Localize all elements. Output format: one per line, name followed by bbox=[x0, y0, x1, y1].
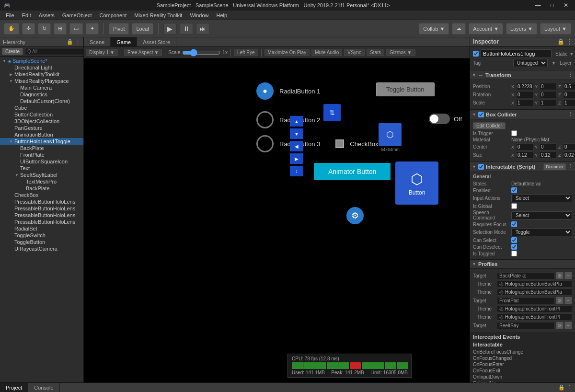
mute-btn[interactable]: Mute Audio bbox=[311, 49, 342, 56]
menu-mrtoolkit[interactable]: Mixed Reality Toolkit bbox=[130, 12, 186, 18]
tree-item-togglebtn[interactable]: ToggleButton bbox=[0, 239, 83, 245]
arrow-up-btn[interactable]: ▲ bbox=[290, 116, 303, 127]
hierarchy-create-btn[interactable]: Create bbox=[2, 48, 23, 55]
pos-x-input[interactable] bbox=[516, 83, 533, 90]
tree-item-maincam[interactable]: Main Camera bbox=[0, 84, 83, 91]
rot-z-input[interactable] bbox=[563, 91, 575, 98]
small-icon-btn[interactable]: ⇅ bbox=[323, 104, 341, 121]
play-btn[interactable]: ▶ bbox=[163, 23, 177, 35]
is-global-checkbox[interactable] bbox=[511, 203, 517, 209]
active-toggle[interactable] bbox=[473, 51, 479, 57]
inspector-lock-icon[interactable]: 🔒 bbox=[557, 38, 564, 45]
hierarchy-lock-icon[interactable]: 🔒 bbox=[67, 39, 73, 45]
enabled-checkbox[interactable] bbox=[511, 187, 517, 193]
menu-component[interactable]: Component bbox=[95, 12, 130, 18]
tree-item-mrplayspace[interactable]: ▼ MixedRealityPlayspace bbox=[0, 78, 83, 84]
aspect-btn[interactable]: Free Aspect ▼ bbox=[124, 49, 162, 56]
target2-btn[interactable]: ◎ bbox=[556, 297, 564, 304]
tree-item-dirlight[interactable]: Directional Light bbox=[0, 64, 83, 71]
is-toggled-checkbox[interactable] bbox=[511, 251, 517, 256]
profiles-header[interactable]: ▼ Profiles bbox=[470, 260, 575, 269]
transform-section-header[interactable]: ▼ ↔ Transform ⋮ bbox=[470, 70, 575, 80]
tree-item-btncoll[interactable]: ButtonCollection bbox=[0, 111, 83, 118]
minimize-btn[interactable]: — bbox=[532, 2, 544, 9]
sz-input[interactable] bbox=[563, 151, 575, 159]
cy-input[interactable] bbox=[540, 143, 557, 150]
arrow-right-btn[interactable]: ▶ bbox=[290, 153, 303, 164]
tree-item-prbholo3[interactable]: PressableButtonHoloLens bbox=[0, 212, 83, 219]
tree-item-backplate2[interactable]: BackPlate bbox=[0, 185, 83, 192]
sx-input[interactable] bbox=[516, 151, 533, 159]
maximize-btn[interactable]: □ bbox=[548, 2, 557, 9]
radial-btn-1[interactable]: ● RadialButton 1 bbox=[256, 82, 320, 100]
object-name-field[interactable] bbox=[481, 49, 552, 58]
menu-window[interactable]: Window bbox=[186, 12, 212, 18]
inspector-more-icon[interactable]: ⋮ bbox=[566, 38, 572, 45]
toggle-button[interactable]: Toggle Button bbox=[376, 82, 435, 96]
scene-tab[interactable]: Scene bbox=[84, 37, 111, 47]
bc-menu-icon[interactable]: ⋮ bbox=[568, 111, 573, 117]
target3-btn[interactable]: ◎ bbox=[556, 322, 564, 329]
radial-btn-3[interactable]: RadialButton 3 CheckBox bbox=[256, 135, 379, 152]
menu-file[interactable]: File bbox=[2, 12, 18, 18]
display-btn[interactable]: Display 1 ▼ bbox=[86, 49, 118, 56]
cz-input[interactable] bbox=[563, 143, 575, 150]
cx-input[interactable] bbox=[516, 143, 533, 150]
tree-item-checkbox[interactable]: CheckBox bbox=[0, 192, 83, 198]
tree-item-mrtoolkit[interactable]: ▶ MixedRealityToolkit bbox=[0, 71, 83, 78]
tree-item-tmp[interactable]: TextMeshPro bbox=[0, 178, 83, 185]
sy-input[interactable] bbox=[540, 151, 557, 159]
tree-item-pangest[interactable]: PanGesture bbox=[0, 125, 83, 131]
step-btn[interactable]: ⏭ bbox=[196, 23, 209, 35]
can-select-checkbox[interactable] bbox=[511, 237, 517, 243]
vsync-btn[interactable]: VSync bbox=[344, 49, 365, 56]
tree-item-prbholo2[interactable]: PressableButtonHoloLens bbox=[0, 205, 83, 212]
arrow-down-btn[interactable]: ▼ bbox=[290, 128, 303, 139]
pos-z-input[interactable] bbox=[563, 83, 575, 90]
big-cube-btn[interactable]: ⬡ Button bbox=[395, 161, 438, 205]
tree-item-samplescene[interactable]: ▼ ◈ SampleScene* bbox=[0, 58, 83, 64]
asset-store-tab[interactable]: Asset Store bbox=[137, 37, 176, 47]
layout-btn[interactable]: Layout ▼ bbox=[540, 23, 571, 35]
edit-collider-btn[interactable]: Edit Collider bbox=[473, 122, 506, 129]
menu-edit[interactable]: Edit bbox=[18, 12, 35, 18]
project-tab[interactable]: Project bbox=[0, 383, 28, 392]
tree-item-animationbtn[interactable]: AnimationButton bbox=[0, 131, 83, 138]
scale-z-input[interactable] bbox=[563, 99, 575, 106]
rect-tool-btn[interactable]: ▭ bbox=[69, 23, 83, 35]
tree-item-btnholo[interactable]: ▼ ButtonHoloLens1Toggle bbox=[0, 138, 83, 145]
project-lock-icon[interactable]: 🔒 bbox=[558, 384, 565, 391]
layers-btn[interactable]: Layers ▼ bbox=[506, 23, 537, 35]
project-more-icon[interactable]: ⋮ bbox=[567, 384, 572, 391]
hierarchy-search[interactable] bbox=[25, 48, 91, 55]
tree-item-backplate1[interactable]: BackPlate bbox=[0, 145, 83, 151]
arrow-left-btn[interactable]: ◀ bbox=[290, 141, 303, 151]
local-btn[interactable]: Local bbox=[132, 23, 153, 35]
tag-dropdown[interactable]: Untagged bbox=[513, 59, 548, 67]
transform-tool-btn[interactable]: ✦ bbox=[86, 23, 99, 35]
intr-active-checkbox[interactable] bbox=[478, 164, 484, 170]
tree-item-prbholo1[interactable]: PressableButtonHoloLens bbox=[0, 198, 83, 205]
scale-slider[interactable] bbox=[182, 49, 220, 57]
tree-item-seeit[interactable]: ▼ SeeItSayItLabel bbox=[0, 172, 83, 178]
toggle-track[interactable] bbox=[429, 114, 450, 124]
account-btn[interactable]: Account ▼ bbox=[469, 23, 503, 35]
target2-minus-btn[interactable]: − bbox=[564, 297, 572, 304]
selection-mode-dropdown[interactable]: Toggle bbox=[511, 228, 572, 236]
hierarchy-more-icon[interactable]: ⋮ bbox=[75, 39, 80, 45]
transform-menu-icon[interactable]: ⋮ bbox=[568, 72, 573, 78]
document-btn[interactable]: Documer bbox=[543, 163, 566, 170]
gear-btn[interactable]: ⚙ bbox=[346, 207, 364, 224]
console-tab[interactable]: Console bbox=[28, 383, 59, 392]
tree-item-3dobj[interactable]: 3DObjectCollection bbox=[0, 118, 83, 125]
interactable-script-header[interactable]: ▼ Interactable (Script) Documer ⋮ bbox=[470, 162, 575, 172]
tree-item-uibtn[interactable]: UIButtonSquareIcon bbox=[0, 158, 83, 165]
animator-btn[interactable]: Animator Button bbox=[314, 163, 391, 180]
menu-help[interactable]: Help bbox=[213, 12, 231, 18]
boxcollider-header[interactable]: ▼ Box Collider ⋮ bbox=[470, 110, 575, 119]
hand-tool-btn[interactable]: ✋ bbox=[4, 23, 19, 35]
bc-active-checkbox[interactable] bbox=[478, 112, 484, 117]
tree-item-diag[interactable]: Diagnostics bbox=[0, 91, 83, 98]
target1-btn[interactable]: ◎ bbox=[556, 272, 564, 279]
stats-btn[interactable]: Stats bbox=[367, 49, 384, 56]
